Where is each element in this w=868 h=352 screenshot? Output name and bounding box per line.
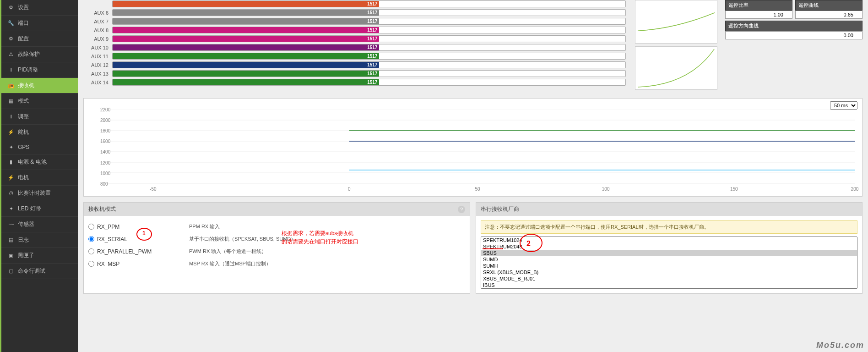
curve-preview-2 [635, 46, 717, 90]
serial-provider-header: 串行接收机厂商 [476, 203, 862, 216]
sidebar-item-blackbox[interactable]: ▣黑匣子 [1, 248, 78, 264]
channel-row: AUX 111517 [87, 52, 626, 60]
sidebar-item-cli[interactable]: ▢命令行调试 [1, 264, 78, 279]
curve-previews [635, 0, 720, 93]
serial-provider-panel: 串行接收机厂商 注意：不要忘记通过端口选项卡配置一个串行端口，使用RX_SERI… [476, 202, 863, 294]
sidebar-item-modes[interactable]: ▦模式 [1, 94, 78, 109]
radio-icon: 📻 [8, 82, 14, 89]
annotation-1: 1 [142, 229, 146, 237]
gear-icon: ⚙ [8, 36, 14, 42]
sliders-icon: ⫴ [8, 67, 14, 73]
led-icon: ✦ [8, 206, 14, 212]
sidebar-item-power[interactable]: ▮电源 & 电池 [1, 154, 78, 170]
annotation-underline [483, 248, 503, 249]
log-icon: ▤ [8, 237, 14, 243]
wrench-icon: 🔧 [8, 20, 14, 27]
sidebar-item-motor[interactable]: ⚡电机 [1, 170, 78, 186]
channel-row: AUX 141517 [87, 78, 626, 86]
channel-row: AUX 61517 [87, 9, 626, 16]
warning-icon: ⚠ [8, 51, 14, 58]
radio-rx-msp[interactable] [88, 261, 94, 267]
rc-curve-input[interactable] [795, 11, 863, 19]
gear-icon: ⚙ [8, 5, 14, 11]
rates-panel: 遥控比率 遥控曲线 遥控方向曲线 [725, 0, 863, 93]
sidebar-item-failsafe[interactable]: ⚠故障保护 [1, 47, 78, 62]
rx-mode-option[interactable]: RX_MSPMSP RX 输入（通过MSP端口控制） [88, 258, 465, 270]
rx-mode-panel: 接收机模式 ? RX_PPMPPM RX 输入 RX_SERIAL基于串口的接收… [83, 202, 470, 294]
sidebar-item-log[interactable]: ▤日志 [1, 232, 78, 248]
sidebar-item-pid[interactable]: ⫴PID调整 [1, 62, 78, 78]
gps-icon: ✦ [8, 144, 14, 150]
sidebar-item-gps[interactable]: ✦GPS [1, 140, 78, 154]
main-content: 1517 AUX 61517 AUX 71517 AUX 81517 AUX 9… [78, 0, 868, 352]
motor-icon: ⚡ [8, 129, 14, 136]
channel-row: AUX 131517 [87, 70, 626, 77]
serial-notice: 注意：不要忘记通过端口选项卡配置一个串行端口，使用RX_SERIAL时，选择一个… [481, 220, 857, 234]
graph-area: 2200 2000 1800 1600 1400 1200 1000 800 -… [100, 110, 855, 185]
rc-curve-header: 遥控曲线 [795, 0, 863, 11]
help-icon[interactable]: ? [458, 206, 465, 213]
channel-row: AUX 81517 [87, 26, 626, 34]
rx-mode-option[interactable]: RX_PARALLEL_PWMPWM RX 输入（每个通道一根线） [88, 245, 465, 258]
graph-refresh-select[interactable]: 50 ms [830, 101, 857, 110]
terminal-icon: ▢ [8, 268, 14, 275]
sliders-icon: ⫴ [8, 114, 14, 120]
curve-preview-1 [635, 0, 717, 44]
grid-icon: ▦ [8, 98, 14, 104]
channel-row: AUX 91517 [87, 35, 626, 43]
channel-bars: 1517 AUX 61517 AUX 71517 AUX 81517 AUX 9… [83, 0, 629, 93]
timer-icon: ⏱ [8, 190, 14, 197]
sidebar-item-led[interactable]: ✦LED 灯带 [1, 201, 78, 217]
plug-icon: ⚡ [8, 175, 14, 181]
sidebar-item-servo[interactable]: ⚡舵机 [1, 125, 78, 140]
channel-row: AUX 121517 [87, 61, 626, 69]
radio-rx-pwm[interactable] [88, 248, 94, 254]
battery-icon: ▮ [8, 159, 14, 165]
box-icon: ▣ [8, 253, 14, 259]
sidebar-item-settings[interactable]: ⚙设置 [1, 0, 78, 16]
annotation-note: 根据需求，若需要subs接收机的话需要先在端口打开对应接口 [282, 229, 358, 246]
sensor-icon: 〰 [8, 221, 14, 228]
sidebar-item-adjust[interactable]: ⫴调整 [1, 109, 78, 125]
graph-panel: 50 ms 2200 2000 1800 1600 1400 1200 1000… [83, 98, 863, 197]
watermark: Mo5u.com [816, 341, 864, 350]
sidebar-item-receiver[interactable]: 📻接收机 [1, 78, 78, 94]
sidebar-item-sensor[interactable]: 〰传感器 [1, 217, 78, 232]
rc-yaw-header: 遥控方向曲线 [725, 21, 863, 31]
radio-rx-ppm[interactable] [88, 224, 94, 230]
channel-row: AUX 101517 [87, 44, 626, 51]
channel-row: AUX 71517 [87, 17, 626, 25]
rc-yaw-input[interactable] [725, 31, 863, 39]
channel-row-top: 1517 [87, 0, 626, 8]
sidebar-item-config[interactable]: ⚙配置 [1, 31, 78, 47]
sidebar-item-racetimer[interactable]: ⏱比赛计时装置 [1, 186, 78, 201]
rc-rate-input[interactable] [725, 11, 792, 19]
sidebar: ⚙设置 🔧端口 ⚙配置 ⚠故障保护 ⫴PID调整 📻接收机 ▦模式 ⫴调整 ⚡舵… [0, 0, 78, 352]
annotation-circle-2 [520, 234, 542, 252]
rx-mode-header: 接收机模式 ? [84, 203, 470, 216]
annotation-2: 2 [526, 238, 531, 249]
rc-rate-header: 遥控比率 [725, 0, 792, 11]
sidebar-item-ports[interactable]: 🔧端口 [1, 16, 78, 31]
radio-rx-serial[interactable] [88, 236, 94, 242]
